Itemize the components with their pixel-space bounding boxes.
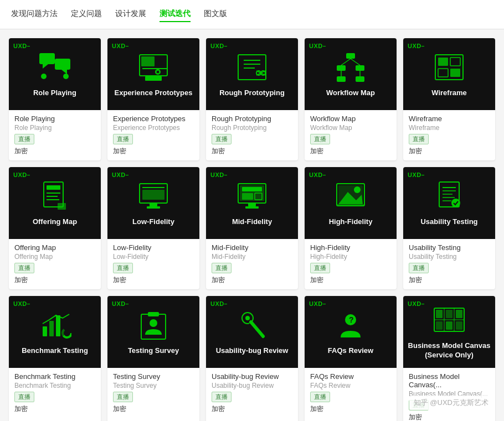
- card-icon-faqs-review: ?: [334, 309, 367, 342]
- nav-item-图文版[interactable]: 图文版: [204, 7, 227, 22]
- info-title-usability-bug-review: Usability-bug Review: [212, 372, 292, 381]
- card-high-fidelity[interactable]: UXD− High-Fidelity High-Fidelity High-Fi…: [305, 167, 397, 289]
- nav-item-设计发展[interactable]: 设计发展: [115, 7, 146, 22]
- card-rough-prototyping[interactable]: UXD− Rough Prototyping Rough Prototyping…: [206, 38, 298, 160]
- card-title-mid-fidelity: Mid-Fidelity: [232, 217, 272, 227]
- info-subtitle-role-playing: Role Playing: [14, 124, 95, 132]
- card-icon-usability-testing: [433, 180, 466, 213]
- svg-text:?: ?: [349, 315, 354, 324]
- card-offering-map[interactable]: UXD− Offering Map Offering Map Offering …: [9, 167, 101, 289]
- info-subtitle-low-fidelity: Low-Fidelity: [113, 253, 194, 261]
- svg-rect-25: [356, 76, 364, 82]
- svg-rect-43: [142, 190, 164, 200]
- card-thumbnail-testing-survey: UXD− Testing Survey: [107, 296, 199, 368]
- badge-row-faqs-review: 直播: [310, 392, 391, 402]
- svg-rect-51: [248, 203, 256, 206]
- svg-rect-87: [446, 321, 452, 330]
- lock-text-benchmark-testing: 加密: [14, 404, 95, 414]
- card-role-playing[interactable]: UXD− Role Playing Role Playing Role Play…: [9, 38, 101, 160]
- card-testing-survey[interactable]: UXD− Testing Survey Testing Survey Testi…: [107, 296, 199, 421]
- info-title-testing-survey: Testing Survey: [113, 372, 194, 381]
- card-title-low-fidelity: Low-Fidelity: [132, 217, 174, 227]
- card-thumbnail-usability-bug-review: UXD− Usability-bug Review: [206, 296, 298, 368]
- badge-row-experience-prototypes: 直播: [113, 134, 194, 144]
- svg-point-5: [63, 74, 69, 79]
- info-subtitle-mid-fidelity: Mid-Fidelity: [212, 253, 292, 261]
- info-subtitle-high-fidelity: High-Fidelity: [310, 253, 391, 261]
- svg-rect-40: [58, 203, 66, 210]
- info-title-rough-prototyping: Rough Prototyping: [212, 115, 292, 123]
- svg-rect-22: [337, 65, 346, 71]
- info-subtitle-experience-prototypes: Experience Prototypes: [113, 124, 194, 132]
- lock-text-rough-prototyping: 加密: [212, 147, 292, 156]
- svg-rect-84: [446, 310, 452, 318]
- card-info-high-fidelity: High-Fidelity High-Fidelity 直播 加密: [305, 239, 397, 289]
- card-workflow-map[interactable]: UXD− Workflow Map Workflow Map Workflow …: [305, 38, 397, 160]
- nav-item-定义问题[interactable]: 定义问题: [71, 7, 102, 22]
- lock-text-mid-fidelity: 加密: [212, 276, 292, 285]
- card-thumbnail-low-fidelity: UXD− Low-Fidelity: [107, 167, 199, 239]
- badge-row-role-playing: 直播: [14, 134, 95, 144]
- svg-rect-36: [47, 185, 60, 190]
- svg-rect-33: [438, 69, 448, 77]
- badge-row-rough-prototyping: 直播: [212, 134, 292, 144]
- badge-row-wireframe: 直播: [409, 134, 490, 144]
- svg-rect-86: [436, 321, 443, 330]
- card-faqs-review[interactable]: UXD− ? FAQs Review FAQs Review FAQs Revi…: [305, 296, 397, 421]
- card-mid-fidelity[interactable]: UXD− Mid-Fidelity Mid-Fidelity Mid-Fidel…: [206, 167, 298, 289]
- card-wireframe[interactable]: UXD− Wireframe Wireframe Wireframe 直播 加密: [403, 38, 495, 160]
- lock-text-role-playing: 加密: [14, 147, 95, 156]
- lock-text-workflow-map: 加密: [310, 147, 391, 156]
- card-info-rough-prototyping: Rough Prototyping Rough Prototyping 直播 加…: [206, 110, 298, 160]
- card-info-wireframe: Wireframe Wireframe 直播 加密: [403, 110, 495, 160]
- card-low-fidelity[interactable]: UXD− Low-Fidelity Low-Fidelity Low-Fidel…: [107, 167, 199, 289]
- card-icon-rough-prototyping: [235, 51, 269, 84]
- svg-rect-23: [356, 65, 364, 71]
- card-usability-bug-review[interactable]: UXD− Usability-bug Review Usability-bug …: [206, 296, 298, 421]
- lock-text-experience-prototypes: 加密: [113, 147, 194, 156]
- card-title-experience-prototypes: Experience Prototypes: [115, 89, 193, 98]
- lock-text-wireframe: 加密: [409, 147, 490, 156]
- card-info-low-fidelity: Low-Fidelity Low-Fidelity 直播 加密: [107, 239, 199, 289]
- card-thumbnail-usability-testing: UXD− Usability Testing: [403, 167, 495, 239]
- card-usability-testing[interactable]: UXD− Usability Testing Usability Testing…: [403, 167, 495, 289]
- lock-text-low-fidelity: 加密: [113, 276, 194, 285]
- card-info-usability-testing: Usability Testing Usability Testing 直播 加…: [403, 239, 495, 289]
- card-grid: UXD− Role Playing Role Playing Role Play…: [0, 29, 504, 421]
- card-title-workflow-map: Workflow Map: [326, 89, 375, 98]
- card-icon-usability-bug-review: [235, 309, 269, 342]
- uxd-badge: UXD−: [13, 171, 30, 178]
- svg-point-4: [41, 74, 47, 79]
- card-icon-wireframe: [433, 51, 466, 84]
- nav-item-测试迭代[interactable]: 测试迭代: [160, 7, 191, 22]
- svg-rect-71: [148, 312, 159, 316]
- svg-rect-85: [456, 310, 462, 318]
- card-icon-workflow-map: [334, 51, 367, 84]
- card-thumbnail-wireframe: UXD− Wireframe: [403, 38, 495, 110]
- nav-item-发现问题方法[interactable]: 发现问题方法: [11, 7, 58, 22]
- badge-row-mid-fidelity: 直播: [212, 263, 292, 273]
- info-subtitle-benchmark-testing: Benchmark Testing: [14, 382, 95, 389]
- card-benchmark-testing[interactable]: UXD− Benchmark Testing Benchmark Testing…: [9, 296, 101, 421]
- badge-row-usability-testing: 直播: [409, 263, 490, 273]
- info-title-mid-fidelity: Mid-Fidelity: [212, 243, 292, 252]
- card-title-benchmark-testing: Benchmark Testing: [22, 346, 88, 356]
- card-thumbnail-workflow-map: UXD− Workflow Map: [305, 38, 397, 110]
- lock-text-usability-testing: 加密: [409, 276, 490, 285]
- svg-point-64: [451, 199, 460, 207]
- card-thumbnail-high-fidelity: UXD− High-Fidelity: [305, 167, 397, 239]
- svg-marker-1: [43, 64, 48, 69]
- info-title-wireframe: Wireframe: [409, 115, 490, 123]
- card-title-wireframe: Wireframe: [431, 89, 466, 98]
- card-experience-prototypes[interactable]: UXD− Experience Prototypes Experience Pr…: [107, 38, 199, 160]
- lock-text-offering-map: 加密: [14, 276, 95, 285]
- live-badge-usability-testing: 直播: [409, 263, 429, 273]
- card-title-usability-testing: Usability Testing: [420, 217, 477, 227]
- badge-row-low-fidelity: 直播: [113, 263, 194, 273]
- card-title-rough-prototyping: Rough Prototyping: [219, 89, 285, 98]
- badge-row-testing-survey: 直播: [113, 392, 194, 402]
- live-badge-usability-bug-review: 直播: [212, 392, 232, 402]
- badge-row-workflow-map: 直播: [310, 134, 391, 144]
- lock-text-business-model-canvas: 加密: [409, 413, 490, 421]
- info-title-experience-prototypes: Experience Prototypes: [113, 115, 194, 123]
